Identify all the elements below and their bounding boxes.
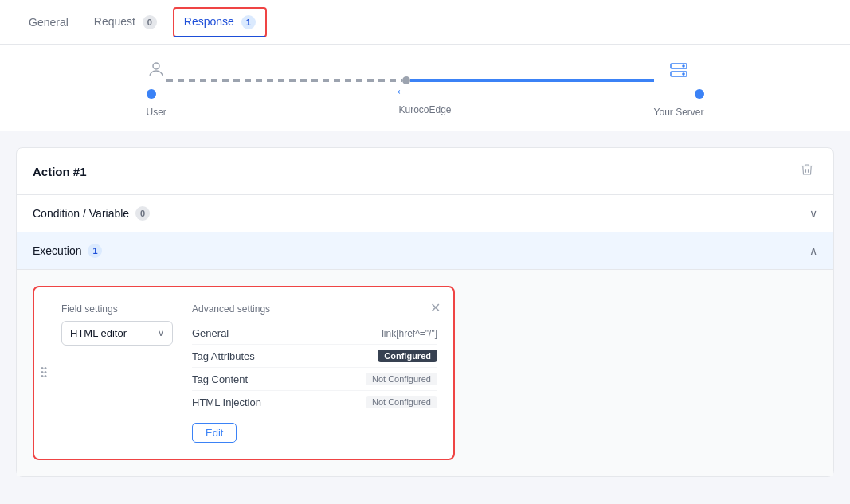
svg-point-7 bbox=[41, 371, 44, 373]
action-card: Action #1 Condition / Variable 0 ∨ Execu… bbox=[16, 147, 834, 477]
line-user-edge bbox=[166, 76, 410, 103]
close-settings-button[interactable]: ✕ bbox=[430, 300, 441, 315]
flow-node-kurocoedge: KurocoEdge bbox=[398, 63, 451, 115]
tab-request[interactable]: Request 0 bbox=[84, 2, 166, 42]
user-icon bbox=[147, 61, 166, 84]
drag-handle[interactable] bbox=[39, 365, 49, 381]
tab-general[interactable]: General bbox=[19, 3, 78, 41]
svg-point-10 bbox=[45, 375, 47, 377]
field-select-dropdown[interactable]: HTML editor ∨ bbox=[61, 321, 173, 346]
execution-row[interactable]: Execution 1 ∧ bbox=[17, 232, 833, 270]
flow-node-server: Your Server bbox=[654, 61, 704, 118]
adv-badge-tag-attributes: Configured bbox=[378, 350, 437, 362]
field-settings-label: Field settings bbox=[61, 303, 173, 315]
svg-point-6 bbox=[45, 367, 47, 369]
adv-key-html-injection: HTML Injection bbox=[192, 397, 261, 408]
execution-left: Execution 1 bbox=[33, 244, 102, 258]
tab-request-badge: 0 bbox=[143, 15, 157, 29]
server-icon bbox=[669, 61, 688, 84]
svg-point-0 bbox=[153, 63, 159, 69]
condition-variable-chevron: ∨ bbox=[809, 207, 817, 220]
field-select-value: HTML editor bbox=[70, 327, 127, 339]
tab-general-label: General bbox=[29, 16, 69, 29]
adv-row-tag-attributes: Tag Attributes Configured bbox=[192, 345, 437, 368]
adv-key-general: General bbox=[192, 327, 229, 339]
gray-track bbox=[166, 79, 402, 82]
execution-badge: 1 bbox=[88, 244, 102, 258]
flow-diagram: User ← KurocoEdge bbox=[0, 45, 850, 131]
tab-response-label: Response bbox=[184, 15, 234, 28]
adv-badge-tag-content: Not Configured bbox=[366, 373, 437, 385]
adv-badge-html-injection: Not Configured bbox=[366, 396, 437, 408]
action-title: Action #1 bbox=[33, 165, 87, 178]
svg-point-5 bbox=[41, 367, 44, 369]
condition-variable-label: Condition / Variable bbox=[33, 207, 129, 220]
tabs-bar: General Request 0 Response 1 bbox=[0, 0, 850, 45]
user-label: User bbox=[147, 107, 166, 118]
kurocoedge-label: KurocoEdge bbox=[398, 104, 451, 115]
action-header: Action #1 bbox=[17, 148, 833, 195]
adv-key-tag-content: Tag Content bbox=[192, 373, 248, 385]
edit-button[interactable]: Edit bbox=[192, 423, 237, 443]
svg-point-9 bbox=[41, 375, 44, 377]
flow-inner: User ← KurocoEdge bbox=[147, 61, 704, 118]
tab-response[interactable]: Response 1 bbox=[173, 7, 267, 37]
main-content: Action #1 Condition / Variable 0 ∨ Execu… bbox=[0, 131, 850, 493]
condition-variable-badge: 0 bbox=[135, 206, 150, 221]
execution-body: Field settings HTML editor ∨ Advanced se… bbox=[17, 270, 833, 476]
advanced-settings: Advanced settings General link[href^="/"… bbox=[192, 303, 437, 443]
svg-point-8 bbox=[45, 371, 47, 373]
execution-label: Execution bbox=[33, 244, 81, 257]
condition-variable-row[interactable]: Condition / Variable 0 ∨ bbox=[17, 195, 833, 232]
svg-point-4 bbox=[683, 73, 684, 75]
advanced-settings-label: Advanced settings bbox=[192, 303, 437, 315]
execution-chevron: ∧ bbox=[809, 244, 817, 257]
delete-action-button[interactable] bbox=[797, 159, 817, 183]
adv-value-general: link[href^="/"] bbox=[382, 328, 437, 339]
server-dot bbox=[695, 89, 704, 99]
condition-variable-left: Condition / Variable 0 bbox=[33, 206, 150, 221]
line-user-edge-track bbox=[166, 76, 410, 85]
tab-request-label: Request bbox=[94, 15, 135, 28]
tab-response-badge: 1 bbox=[241, 15, 256, 29]
adv-row-general: General link[href^="/"] bbox=[192, 322, 437, 345]
adv-key-tag-attributes: Tag Attributes bbox=[192, 350, 255, 362]
flow-node-user: User bbox=[147, 61, 166, 118]
settings-card: Field settings HTML editor ∨ Advanced se… bbox=[33, 286, 455, 460]
field-select-arrow: ∨ bbox=[158, 328, 164, 338]
adv-row-html-injection: HTML Injection Not Configured bbox=[192, 391, 437, 413]
adv-row-tag-content: Tag Content Not Configured bbox=[192, 368, 437, 391]
svg-point-3 bbox=[683, 65, 684, 67]
field-settings: Field settings HTML editor ∨ bbox=[50, 303, 173, 443]
server-label: Your Server bbox=[654, 107, 704, 118]
user-dot bbox=[147, 89, 156, 99]
